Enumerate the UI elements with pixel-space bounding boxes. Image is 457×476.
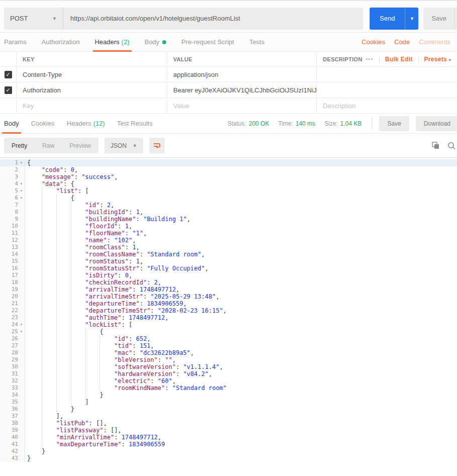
- save-options-dropdown[interactable]: ▼: [454, 8, 457, 30]
- search-button[interactable]: [447, 141, 456, 150]
- tab-label: Pre-request Script: [181, 38, 234, 46]
- code-line[interactable]: 24▾"lockList": [: [0, 321, 457, 328]
- view-mode-preview[interactable]: Preview: [62, 138, 98, 153]
- token-p: ,: [136, 244, 140, 251]
- code-line[interactable]: 11"floorName": "1",: [0, 230, 457, 237]
- new-header-value-input[interactable]: Value: [167, 98, 316, 113]
- presets-dropdown[interactable]: Presets ▾: [424, 56, 451, 63]
- response-tab-body[interactable]: Body: [4, 114, 19, 133]
- code-line[interactable]: 18"checkinRecordId": 2,: [0, 279, 457, 286]
- url-input[interactable]: https://api.orbitaiot.com/open/v1/hotelg…: [63, 15, 363, 22]
- new-header-description-input[interactable]: Description: [316, 98, 457, 113]
- format-select[interactable]: JSON ▼: [104, 138, 143, 153]
- code-line[interactable]: 30"softwareVersion": "v1.1.1.4",: [0, 363, 457, 370]
- code-line[interactable]: 17"isDirty": 0,: [0, 272, 457, 279]
- code-line[interactable]: 5▾"list": [: [0, 187, 457, 195]
- request-tab-authorization[interactable]: Authorization: [42, 33, 80, 51]
- header-value-cell[interactable]: application/json: [167, 67, 316, 82]
- response-save-button[interactable]: Save: [379, 116, 409, 131]
- response-tab-cookies[interactable]: Cookies: [31, 114, 55, 133]
- response-download-button[interactable]: Download: [416, 116, 457, 131]
- view-mode-pretty[interactable]: Pretty: [4, 138, 35, 153]
- checkbox-checked[interactable]: ✓: [5, 86, 12, 94]
- request-tab-params[interactable]: Params: [4, 33, 27, 51]
- cookies-link[interactable]: Cookies: [362, 38, 385, 46]
- code-line[interactable]: 38"listPub": [],: [0, 420, 457, 427]
- copy-button[interactable]: [431, 141, 440, 150]
- fold-caret-icon[interactable]: ▾: [18, 195, 25, 202]
- more-options-icon[interactable]: •••: [366, 57, 373, 62]
- code-line[interactable]: 41"maxDepartureTime": 1834906559: [0, 441, 457, 448]
- code-line[interactable]: 28"mac": "dc32622b89a5",: [0, 349, 457, 356]
- save-button[interactable]: Save ▼: [423, 8, 457, 30]
- code-line[interactable]: 15"roomStatus": 1,: [0, 258, 457, 265]
- wrap-text-button[interactable]: [149, 138, 165, 153]
- send-options-dropdown[interactable]: ▼: [405, 8, 418, 30]
- divider: [379, 56, 380, 63]
- code-line[interactable]: 16"roomStatusStr": "Fully Occupied",: [0, 265, 457, 272]
- fold-caret-icon[interactable]: ▾: [18, 159, 25, 166]
- fold-caret-icon[interactable]: ▾: [18, 180, 25, 187]
- code-line[interactable]: 22"departureTimeStr": "2028-02-23 16:15"…: [0, 307, 457, 314]
- code-line[interactable]: 23"authTime": 1748497712,: [0, 314, 457, 321]
- token-p: ,: [74, 166, 78, 173]
- header-value-cell[interactable]: Bearer eyJ0eXAiOiJKV1QiLCJhbGciOiJSUzI1N…: [167, 82, 316, 98]
- response-tab-test-results[interactable]: Test Results: [117, 114, 153, 133]
- token-k: "isDirty": [85, 272, 118, 279]
- code-line[interactable]: 40"minArrivalTime": 1748497712,: [0, 434, 457, 441]
- code-line[interactable]: 3"message": "success",: [0, 173, 457, 180]
- fold-caret-icon[interactable]: ▾: [18, 321, 25, 328]
- code-line[interactable]: 31"hardwareVersion": "v84.2",: [0, 370, 457, 377]
- request-tab-tests[interactable]: Tests: [249, 33, 264, 51]
- code-link[interactable]: Code: [394, 38, 410, 46]
- code-line[interactable]: 35]: [0, 399, 457, 406]
- indent-guide: [42, 279, 56, 285]
- code-line[interactable]: 37],: [0, 413, 457, 420]
- code-line[interactable]: 13"roomClass": 1,: [0, 244, 457, 251]
- code-line[interactable]: 6▾{: [0, 195, 457, 202]
- code-line[interactable]: 42}: [0, 448, 457, 455]
- code-line[interactable]: 8"buildingId": 1,: [0, 209, 457, 216]
- fold-caret-icon[interactable]: ▾: [18, 187, 25, 195]
- header-description-cell[interactable]: [316, 82, 457, 98]
- new-header-key-input[interactable]: Key: [16, 98, 167, 113]
- send-button[interactable]: Send ▼: [370, 8, 418, 30]
- view-mode-raw[interactable]: Raw: [35, 138, 62, 153]
- code-line[interactable]: 4▾"data": {: [0, 180, 457, 187]
- token-k: "code": [42, 166, 63, 173]
- code-line[interactable]: 9"buildingName": "Building 1",: [0, 216, 457, 223]
- code-line[interactable]: 43}: [0, 455, 457, 462]
- code-line[interactable]: 21"departureTime": 1834906559,: [0, 300, 457, 307]
- code-line[interactable]: 10"floorId": 1,: [0, 223, 457, 230]
- checkbox-checked[interactable]: ✓: [5, 71, 12, 78]
- code-line[interactable]: 36}: [0, 406, 457, 413]
- code-line[interactable]: 34}: [0, 392, 457, 399]
- code-line[interactable]: 39"listPassway": [],: [0, 427, 457, 434]
- header-description-cell[interactable]: [316, 67, 457, 82]
- code-line[interactable]: 7"id": 2,: [0, 202, 457, 209]
- method-select[interactable]: POST ▼: [4, 8, 63, 30]
- response-tab-headers[interactable]: Headers(12): [67, 114, 105, 133]
- request-tab-pre-request-script[interactable]: Pre-request Script: [181, 33, 234, 51]
- code-line[interactable]: 2"code": 0,: [0, 166, 457, 173]
- request-tab-headers[interactable]: Headers(2): [95, 33, 130, 51]
- code-line[interactable]: 14"roomClassName": "Standard room",: [0, 251, 457, 258]
- request-tab-body[interactable]: Body: [145, 33, 167, 51]
- code-line[interactable]: 33"roomKindName": "Standard room": [0, 385, 457, 392]
- code-line[interactable]: 12"name": "102",: [0, 237, 457, 244]
- header-key-cell[interactable]: Authorization: [16, 82, 167, 98]
- code-line[interactable]: 27"tid": 151,: [0, 342, 457, 349]
- response-body-viewer[interactable]: 1▾{2"code": 0,3"message": "success",4▾"d…: [0, 157, 457, 462]
- code-line[interactable]: 20"arrivalTimeStr": "2025-05-29 13:48",: [0, 293, 457, 300]
- code-line[interactable]: 26"id": 652,: [0, 335, 457, 342]
- token-p: :: [63, 166, 70, 173]
- code-line[interactable]: 1▾{: [0, 159, 457, 166]
- code-line[interactable]: 29"bleVersion": "",: [0, 356, 457, 363]
- header-key-cell[interactable]: Content-Type: [16, 67, 167, 82]
- code-line[interactable]: 32"electric": "60",: [0, 377, 457, 385]
- fold-caret-icon[interactable]: ▾: [18, 328, 25, 335]
- code-line[interactable]: 25▾{: [0, 328, 457, 335]
- bulk-edit-link[interactable]: Bulk Edit: [385, 56, 413, 63]
- comments-link[interactable]: Comments: [419, 38, 450, 46]
- code-line[interactable]: 19"arrivalTime": 1748497712,: [0, 286, 457, 293]
